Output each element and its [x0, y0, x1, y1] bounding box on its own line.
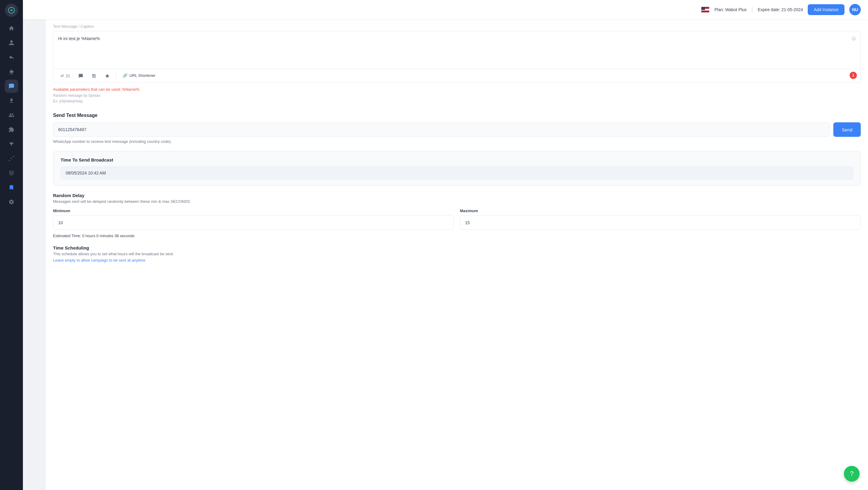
random-delay-title: Random Delay: [53, 193, 861, 198]
params-section: Available parameters that can be used: %…: [53, 83, 861, 107]
char-count-button[interactable]: ⇄ 21: [57, 72, 73, 80]
expire-label: Expire date: 21-05-2024: [758, 7, 803, 12]
sidebar-item-layers[interactable]: [5, 166, 18, 180]
support-icon: ?: [850, 470, 854, 478]
support-fab[interactable]: ?: [844, 466, 860, 482]
time-scheduling-desc: This schedule allows you to set what hou…: [53, 252, 861, 256]
url-shortener-button[interactable]: 🔗 URL Shortener: [119, 71, 159, 80]
delay-max-label: Maximum: [460, 209, 861, 213]
user-avatar[interactable]: NU: [849, 4, 861, 16]
delay-max-field: Maximum: [460, 209, 861, 230]
time-to-send-section: Time To Send Broadcast 08/05/2024 10:42 …: [53, 151, 861, 186]
svg-point-2: [13, 156, 14, 157]
random-delay-desc: Messages sent will be delayed randomly b…: [53, 199, 861, 204]
sidebar-item-home[interactable]: [5, 22, 18, 35]
char-count-value: 21: [66, 73, 70, 78]
toolbar-divider: [116, 72, 116, 80]
link-icon: 🔗: [123, 73, 127, 78]
test-message-row: Send: [53, 122, 861, 137]
url-shortener-label: URL Shortener: [129, 73, 155, 78]
section-label: Text Message / Caption: [53, 19, 861, 31]
time-to-send-title: Time To Send Broadcast: [61, 157, 853, 162]
sidebar-item-network[interactable]: [5, 152, 18, 165]
message-box: Hi ini test je %Name% ☺ 1 ⇄ 21: [53, 31, 861, 83]
delay-min-input[interactable]: [53, 215, 454, 230]
test-phone-input[interactable]: [53, 122, 830, 137]
ai-button[interactable]: [101, 72, 113, 80]
message-toolbar: ⇄ 21: [53, 69, 861, 83]
plan-label: Plan: Wabot Plus: [714, 7, 747, 12]
delay-max-input[interactable]: [460, 215, 861, 230]
comment-icon: [79, 73, 83, 78]
sidebar-item-funnel[interactable]: [5, 137, 18, 151]
sidebar-item-broadcast[interactable]: [5, 80, 18, 93]
flag-icon: [701, 7, 710, 13]
send-test-button[interactable]: Send: [833, 122, 861, 137]
time-scheduling-title: Time Scheduling: [53, 245, 861, 250]
delay-min-label: Minimum: [53, 209, 454, 213]
badge-count: 1: [849, 72, 857, 79]
svg-point-3: [9, 160, 10, 161]
sidebar-item-bot[interactable]: [5, 65, 18, 78]
sidebar-item-export[interactable]: [5, 94, 18, 107]
params-spintax-label: Random message by Spintax: [53, 93, 861, 98]
save-button[interactable]: [88, 72, 100, 80]
sidebar-item-plugin[interactable]: [5, 123, 18, 136]
comment-button[interactable]: [75, 72, 87, 80]
params-available: Available parameters that can be used: %…: [53, 87, 861, 92]
sidebar-logo[interactable]: [5, 4, 18, 17]
message-textarea[interactable]: Hi ini test je %Name%: [53, 31, 861, 67]
char-count-icon: ⇄: [61, 73, 64, 78]
sidebar-item-bookmark[interactable]: [5, 181, 18, 194]
time-scheduling-link[interactable]: Leave empty to allow campaign to be sent…: [53, 258, 861, 263]
add-instance-button[interactable]: Add Instance: [808, 4, 844, 15]
send-test-heading: Send Test Message: [53, 113, 861, 118]
sidebar-item-team[interactable]: [5, 109, 18, 122]
emoji-button[interactable]: ☺: [851, 35, 857, 42]
svg-point-1: [11, 158, 12, 159]
header-separator: |: [751, 7, 753, 13]
params-spintax-example: Ex: {Hi|Hello|Hola}: [53, 98, 861, 104]
sidebar-item-settings[interactable]: [5, 195, 18, 209]
sidebar: [0, 0, 23, 490]
sidebar-item-reply[interactable]: [5, 51, 18, 64]
time-to-send-value: 08/05/2024 10:42 AM: [61, 167, 853, 179]
estimated-time: Estimated Time: 0 hours 0 minutes 38 sec…: [53, 234, 861, 238]
sidebar-item-contacts[interactable]: [5, 36, 18, 50]
ai-icon: [105, 73, 110, 78]
delay-min-field: Minimum: [53, 209, 454, 230]
whatsapp-hint: WhatsApp number to receive test message …: [53, 139, 861, 144]
header: Plan: Wabot Plus | Expire date: 21-05-20…: [23, 0, 868, 19]
main-content: Text Message / Caption Hi ini test je %N…: [46, 19, 868, 490]
delay-row: Minimum Maximum: [53, 209, 861, 230]
save-icon: [92, 73, 96, 78]
